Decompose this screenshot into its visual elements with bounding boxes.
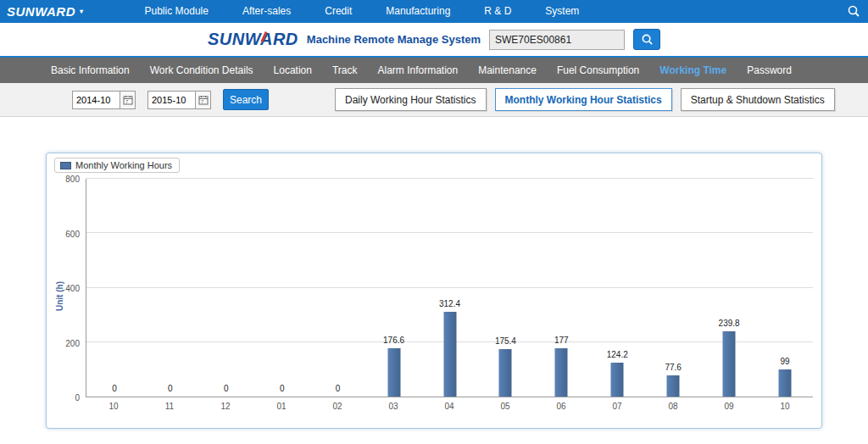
x-tick-label: 02: [332, 402, 342, 411]
tab-work-condition-details[interactable]: Work Condition Details: [140, 58, 264, 83]
x-tick-label: 01: [276, 402, 286, 411]
date-to-group: 7: [147, 91, 211, 109]
x-tick-label: 10: [780, 402, 789, 411]
nav-item-manufacturing[interactable]: Manufacturing: [369, 0, 467, 23]
bar-value-label: 0: [224, 384, 229, 393]
search-icon[interactable]: [847, 4, 860, 21]
machine-search-button[interactable]: [633, 29, 660, 50]
date-to-input[interactable]: [147, 91, 195, 109]
tab-track[interactable]: Track: [322, 58, 368, 83]
x-tick-label: 11: [165, 402, 174, 411]
statistics-button-group: Daily Working Hour StatisticsMonthly Wor…: [335, 88, 835, 111]
filter-toolbar: 7 7 Search Daily Working Hour Statistics…: [0, 83, 868, 117]
machine-id-input[interactable]: [489, 30, 625, 50]
bar-value-label: 175.4: [495, 336, 516, 346]
button-monthly-working-hour-statistics[interactable]: Monthly Working Hour Statistics: [495, 88, 672, 111]
tab-fuel-consumption[interactable]: Fuel Consumption: [547, 58, 649, 83]
legend-label: Monthly Working Hours: [75, 160, 172, 170]
bar-value-label: 0: [112, 384, 117, 393]
x-tick-label: 03: [388, 402, 398, 411]
gridline: [86, 232, 813, 233]
legend-swatch-icon: [60, 162, 71, 169]
bar-07[interactable]: [611, 363, 624, 397]
button-startup-shutdown-statistics[interactable]: Startup & Shutdown Statistics: [681, 88, 835, 111]
bar-09[interactable]: [723, 331, 736, 397]
tab-working-time[interactable]: Working Time: [649, 58, 737, 83]
bar-value-label: 0: [336, 384, 341, 393]
y-tick-label: 600: [65, 229, 80, 238]
bar-value-label: 124.2: [607, 350, 628, 359]
tab-password[interactable]: Password: [737, 58, 802, 83]
button-daily-working-hour-statistics[interactable]: Daily Working Hour Statistics: [335, 88, 487, 111]
tab-maintenance[interactable]: Maintenance: [468, 58, 547, 83]
x-tick-label: 06: [556, 402, 565, 411]
page-header: SUNWARD Machine Remote Manage System: [0, 23, 868, 58]
system-title: Machine Remote Manage System: [307, 33, 481, 46]
nav-item-credit[interactable]: Credit: [308, 0, 369, 23]
chart-legend[interactable]: Monthly Working Hours: [54, 158, 180, 173]
nav-item-after-sales[interactable]: After-sales: [225, 0, 308, 23]
tab-basic-information[interactable]: Basic Information: [41, 58, 140, 83]
topnav-menu: Public ModuleAfter-salesCreditManufactur…: [128, 0, 597, 23]
bar-04[interactable]: [443, 312, 456, 397]
bar-06[interactable]: [555, 348, 568, 397]
section-tabbar: Basic InformationWork Condition DetailsL…: [0, 58, 868, 83]
date-from-input[interactable]: [72, 91, 120, 109]
bar-03[interactable]: [387, 348, 400, 397]
x-tick-label: 08: [668, 402, 677, 411]
x-tick-label: 07: [612, 402, 621, 411]
y-tick-label: 0: [75, 393, 80, 402]
top-logo-text: SUNWARD: [7, 4, 75, 19]
gridline: [86, 287, 813, 288]
bar-value-label: 0: [168, 384, 173, 393]
calendar-icon[interactable]: 7: [195, 91, 211, 109]
nav-item-r-d[interactable]: R & D: [467, 0, 528, 23]
bar-value-label: 239.8: [719, 319, 740, 328]
y-axis-ticks: 0200400600800: [47, 179, 84, 397]
plot-area: 00000176.6312.4175.4177124.277.6239.899: [86, 179, 813, 397]
bar-value-label: 177: [554, 336, 569, 345]
bar-value-label: 176.6: [383, 336, 404, 345]
y-tick-label: 200: [65, 338, 80, 347]
nav-item-system[interactable]: System: [528, 0, 596, 23]
bar-value-label: 0: [280, 384, 285, 393]
calendar-icon[interactable]: 7: [120, 91, 136, 109]
bar-08[interactable]: [667, 375, 680, 397]
bar-value-label: 312.4: [439, 299, 460, 308]
bar-value-label: 77.6: [665, 363, 681, 372]
x-tick-label: 05: [500, 402, 509, 411]
top-navigation: SUNWARD ▾ Public ModuleAfter-salesCredit…: [0, 0, 868, 23]
chevron-down-icon: ▾: [80, 8, 84, 15]
y-tick-label: 400: [65, 284, 80, 293]
nav-item-public-module[interactable]: Public Module: [128, 0, 225, 23]
gridline: [86, 178, 813, 179]
bar-value-label: 99: [780, 357, 789, 366]
x-tick-label: 04: [444, 402, 453, 411]
x-axis-ticks: 10111201020304050607080910: [86, 400, 813, 413]
tab-alarm-information[interactable]: Alarm Information: [367, 58, 468, 83]
search-button[interactable]: Search: [223, 89, 269, 110]
x-tick-label: 09: [724, 402, 733, 411]
magnifier-icon: [641, 33, 654, 46]
tab-location[interactable]: Location: [264, 58, 322, 83]
top-logo[interactable]: SUNWARD ▾: [7, 4, 84, 19]
y-tick-label: 800: [65, 175, 80, 184]
bar-05[interactable]: [499, 349, 512, 397]
brand-logo: SUNWARD: [208, 30, 298, 49]
bar-10[interactable]: [779, 369, 792, 397]
date-from-group: 7: [72, 91, 136, 109]
x-tick-label: 12: [220, 402, 230, 411]
chart-panel: Monthly Working Hours Unit (h) 020040060…: [46, 153, 822, 429]
x-tick-label: 10: [108, 402, 118, 411]
